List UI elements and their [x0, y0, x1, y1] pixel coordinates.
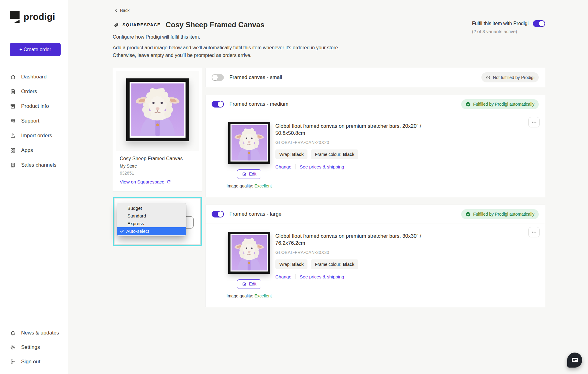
apps-icon: [10, 147, 16, 153]
gear-icon: [10, 344, 16, 350]
ellipsis-icon: [532, 232, 537, 233]
status-label: Fulfilled by Prodigi automatically: [473, 102, 534, 107]
circle-slash-icon: [486, 75, 491, 80]
fulfil-item-toggle[interactable]: [533, 20, 545, 27]
toggle-knob: [212, 75, 218, 80]
edit-icon: [242, 172, 247, 176]
chat-button[interactable]: [567, 353, 582, 368]
sidebar-item-import-orders[interactable]: Import orders: [10, 133, 68, 139]
sidebar-item-settings[interactable]: Settings: [10, 344, 68, 350]
variant-name: Framed canvas - small: [229, 74, 282, 81]
fulfil-toggle-block: Fulfil this item with Prodigi (2 of 3 va…: [472, 20, 545, 34]
sidebar-item-label: Sign out: [21, 359, 40, 365]
sidebar-item-label: Apps: [21, 147, 33, 153]
product-title: Global float framed canvas on premium st…: [275, 232, 433, 247]
sidebar-item-sales-channels[interactable]: Sales channels: [10, 162, 68, 168]
variant-large-toggle[interactable]: [212, 211, 224, 217]
store-product-image-area: [116, 71, 199, 151]
wrap-attribute-badge: Wrap:Black: [275, 149, 307, 159]
prodigi-logo-icon: [10, 11, 20, 23]
see-prices-shipping-link[interactable]: See prices & shipping: [300, 164, 344, 169]
sidebar-item-label: Support: [21, 118, 40, 124]
sidebar-item-news-updates[interactable]: News & updates: [10, 330, 68, 336]
sidebar-item-support[interactable]: Support: [10, 118, 68, 124]
ellipsis-icon: [532, 122, 537, 123]
image-quality-value: Excellent: [254, 293, 272, 298]
support-icon: [10, 118, 16, 124]
sidebar-item-dashboard[interactable]: Dashboard: [10, 74, 68, 80]
dropdown-option-label: Auto-select: [126, 229, 149, 234]
edit-label: Edit: [249, 281, 256, 286]
sidebar-item-label: Orders: [21, 89, 37, 95]
sidebar-item-product-info[interactable]: Product info: [10, 103, 68, 109]
orders-icon: [10, 89, 16, 95]
variant-small-toggle[interactable]: [212, 74, 224, 81]
shipping-dropdown-menu: Budget Standard Express Auto-select: [117, 203, 186, 236]
dropdown-option-express[interactable]: Express: [117, 220, 186, 227]
description-line-2: Otherwise, leave empty and you'll be pro…: [113, 53, 251, 58]
status-label: Not fulfilled by Prodigi: [493, 75, 534, 80]
variant-menu-button[interactable]: [528, 227, 540, 237]
bell-icon: [10, 330, 16, 336]
sidebar-item-label: Settings: [21, 344, 40, 350]
back-link[interactable]: Back: [115, 8, 130, 13]
sidebar-item-apps[interactable]: Apps: [10, 147, 68, 153]
variant-card-large: Framed canvas - large Fulfilled by Prodi…: [205, 205, 545, 307]
variants-column: Framed canvas - small Not fulfilled by P…: [205, 68, 545, 307]
platform-wordmark: SQUARESPACE: [123, 22, 161, 27]
chat-icon: [571, 357, 578, 363]
dropdown-option-auto-select[interactable]: Auto-select: [117, 227, 186, 235]
view-on-squarespace-link[interactable]: View on Squarespace: [120, 179, 171, 184]
image-quality-label: Image quality:: [227, 183, 253, 188]
sidebar-item-label: Sales channels: [21, 162, 56, 168]
image-quality-value: Excellent: [254, 183, 272, 188]
product-sku: GLOBAL-FRA-CAN-30X30: [275, 250, 433, 255]
image-quality-label: Image quality:: [227, 293, 253, 298]
variant-menu-button[interactable]: [528, 117, 540, 127]
sidebar-nav: Dashboard Orders Product info Support Im…: [10, 74, 68, 168]
create-order-button[interactable]: + Create order: [10, 43, 61, 56]
sidebar-footer: News & updates Settings Sign out: [10, 330, 68, 365]
variant-card-small: Framed canvas - small Not fulfilled by P…: [205, 68, 545, 87]
edit-button[interactable]: Edit: [237, 279, 261, 289]
change-link[interactable]: Change: [275, 164, 292, 169]
external-link-icon: [167, 179, 171, 184]
edit-label: Edit: [249, 172, 256, 176]
sidebar-item-sign-out[interactable]: Sign out: [10, 359, 68, 365]
dropdown-option-standard[interactable]: Standard: [117, 212, 186, 220]
home-icon: [10, 74, 16, 80]
sales-channels-icon: [10, 162, 16, 168]
wrap-attribute-badge: Wrap:Black: [275, 259, 307, 269]
store-product-card: Cosy Sheep Framed Canvas My Store 632651…: [113, 68, 202, 191]
variant-medium-toggle[interactable]: [212, 101, 224, 108]
variant-name: Framed canvas - large: [229, 211, 281, 217]
description-line-1: Add a product and image below and we'll …: [113, 45, 339, 50]
variant-product-image: [228, 232, 270, 274]
sign-out-icon: [10, 359, 16, 365]
dropdown-option-budget[interactable]: Budget: [117, 204, 186, 212]
image-quality: Image quality: Excellent: [227, 183, 272, 188]
description-text: Add a product and image below and we'll …: [113, 44, 545, 59]
sidebar-item-orders[interactable]: Orders: [10, 89, 68, 95]
toggle-knob: [218, 211, 223, 217]
variants-active-note: (2 of 3 variants active): [472, 29, 545, 34]
page-title: Cosy Sheep Framed Canvas: [166, 21, 265, 29]
frame-colour-attribute-badge: Frame colour:Black: [311, 149, 358, 159]
status-label: Fulfilled by Prodigi automatically: [473, 212, 534, 217]
prodigi-logo[interactable]: prodigi: [10, 11, 68, 23]
sidebar-item-label: News & updates: [21, 330, 59, 336]
shipping-highlight-ring: Shipping Budget Standard Express Auto-se…: [113, 197, 202, 246]
edit-button[interactable]: Edit: [237, 169, 261, 179]
change-link[interactable]: Change: [275, 274, 292, 279]
toggle-knob: [539, 21, 545, 26]
left-column: Cosy Sheep Framed Canvas My Store 632651…: [113, 68, 202, 246]
link-divider: [296, 164, 296, 169]
frame-colour-attribute-badge: Frame colour:Black: [311, 259, 358, 269]
view-link-label: View on Squarespace: [120, 179, 164, 184]
toggle-knob: [218, 101, 223, 107]
checkmark-icon: [120, 229, 124, 233]
sidebar: prodigi + Create order Dashboard Orders …: [0, 0, 68, 374]
check-circle-icon: [466, 102, 471, 107]
logo-wordmark: prodigi: [24, 12, 55, 22]
see-prices-shipping-link[interactable]: See prices & shipping: [300, 274, 344, 279]
